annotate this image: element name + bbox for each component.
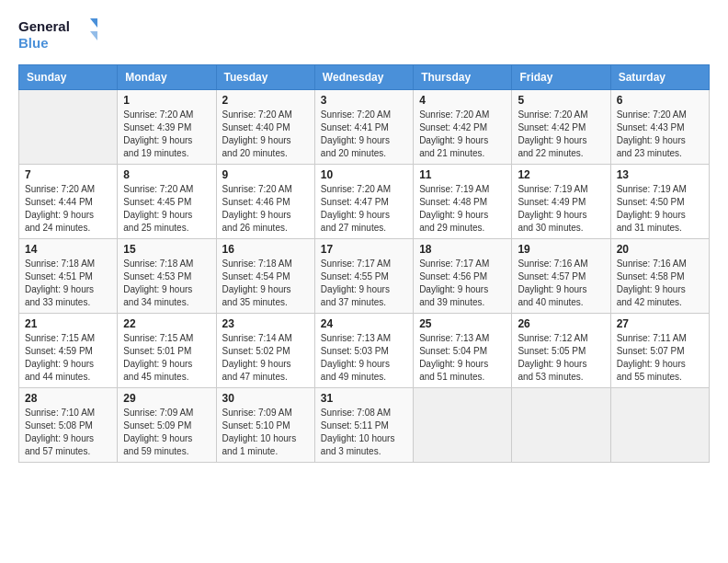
day-info: Sunrise: 7:20 AM Sunset: 4:42 PM Dayligh… (518, 109, 604, 160)
day-info: Sunrise: 7:14 AM Sunset: 5:02 PM Dayligh… (222, 332, 309, 384)
svg-marker-3 (90, 31, 97, 40)
calendar-cell: 20Sunrise: 7:16 AM Sunset: 4:58 PM Dayli… (610, 239, 709, 314)
day-number: 18 (419, 243, 506, 256)
calendar-cell: 22Sunrise: 7:15 AM Sunset: 5:01 PM Dayli… (118, 314, 216, 388)
calendar-cell: 17Sunrise: 7:17 AM Sunset: 4:55 PM Dayli… (314, 239, 413, 314)
day-number: 30 (222, 392, 309, 405)
day-number: 6 (617, 94, 703, 107)
calendar-cell: 29Sunrise: 7:09 AM Sunset: 5:09 PM Dayli… (118, 388, 216, 463)
calendar-cell: 6Sunrise: 7:20 AM Sunset: 4:43 PM Daylig… (610, 90, 709, 165)
day-number: 10 (321, 168, 407, 181)
day-info: Sunrise: 7:20 AM Sunset: 4:44 PM Dayligh… (25, 183, 111, 235)
weekday-header: Monday (118, 65, 216, 90)
day-info: Sunrise: 7:09 AM Sunset: 5:10 PM Dayligh… (222, 407, 309, 458)
day-info: Sunrise: 7:20 AM Sunset: 4:46 PM Dayligh… (222, 183, 309, 235)
day-info: Sunrise: 7:20 AM Sunset: 4:43 PM Dayligh… (617, 109, 703, 160)
calendar-cell: 27Sunrise: 7:11 AM Sunset: 5:07 PM Dayli… (610, 314, 709, 388)
calendar-cell: 10Sunrise: 7:20 AM Sunset: 4:47 PM Dayli… (314, 165, 413, 239)
day-info: Sunrise: 7:18 AM Sunset: 4:54 PM Dayligh… (222, 258, 309, 309)
calendar-cell: 5Sunrise: 7:20 AM Sunset: 4:42 PM Daylig… (512, 90, 610, 165)
day-info: Sunrise: 7:17 AM Sunset: 4:56 PM Dayligh… (419, 258, 506, 309)
calendar-week-row: 28Sunrise: 7:10 AM Sunset: 5:08 PM Dayli… (19, 388, 710, 463)
day-number: 16 (222, 243, 309, 256)
day-info: Sunrise: 7:20 AM Sunset: 4:45 PM Dayligh… (123, 183, 210, 235)
calendar-header: SundayMondayTuesdayWednesdayThursdayFrid… (19, 65, 710, 90)
day-info: Sunrise: 7:20 AM Sunset: 4:41 PM Dayligh… (321, 109, 407, 160)
calendar-cell: 21Sunrise: 7:15 AM Sunset: 4:59 PM Dayli… (19, 314, 118, 388)
header: General Blue (18, 15, 710, 55)
day-number: 11 (419, 168, 506, 181)
svg-text:General: General (18, 18, 70, 34)
svg-marker-2 (90, 18, 97, 28)
weekday-header: Thursday (414, 65, 512, 90)
day-number: 28 (25, 392, 111, 405)
calendar-cell: 18Sunrise: 7:17 AM Sunset: 4:56 PM Dayli… (414, 239, 512, 314)
day-number: 5 (518, 94, 604, 107)
calendar-cell: 15Sunrise: 7:18 AM Sunset: 4:53 PM Dayli… (118, 239, 216, 314)
calendar-cell: 26Sunrise: 7:12 AM Sunset: 5:05 PM Dayli… (512, 314, 610, 388)
calendar-cell (610, 388, 709, 463)
calendar-cell: 1Sunrise: 7:20 AM Sunset: 4:39 PM Daylig… (118, 90, 216, 165)
day-number: 12 (518, 168, 604, 181)
weekday-header: Friday (512, 65, 610, 90)
day-info: Sunrise: 7:18 AM Sunset: 4:51 PM Dayligh… (25, 258, 111, 309)
calendar-cell: 19Sunrise: 7:16 AM Sunset: 4:57 PM Dayli… (512, 239, 610, 314)
day-number: 13 (617, 168, 703, 181)
day-number: 29 (123, 392, 210, 405)
calendar-cell (512, 388, 610, 463)
day-number: 21 (25, 317, 111, 330)
day-info: Sunrise: 7:19 AM Sunset: 4:49 PM Dayligh… (518, 183, 604, 235)
day-info: Sunrise: 7:13 AM Sunset: 5:03 PM Dayligh… (321, 332, 407, 384)
calendar-cell: 3Sunrise: 7:20 AM Sunset: 4:41 PM Daylig… (314, 90, 413, 165)
day-number: 24 (321, 317, 407, 330)
day-number: 2 (222, 94, 309, 107)
svg-text:Blue: Blue (18, 35, 49, 51)
day-info: Sunrise: 7:15 AM Sunset: 4:59 PM Dayligh… (25, 332, 111, 384)
weekday-header: Wednesday (314, 65, 413, 90)
day-info: Sunrise: 7:13 AM Sunset: 5:04 PM Dayligh… (419, 332, 506, 384)
day-number: 15 (123, 243, 210, 256)
weekday-header: Tuesday (216, 65, 314, 90)
day-info: Sunrise: 7:12 AM Sunset: 5:05 PM Dayligh… (518, 332, 604, 384)
day-info: Sunrise: 7:18 AM Sunset: 4:53 PM Dayligh… (123, 258, 210, 309)
calendar-cell: 31Sunrise: 7:08 AM Sunset: 5:11 PM Dayli… (314, 388, 413, 463)
day-number: 8 (123, 168, 210, 181)
day-number: 3 (321, 94, 407, 107)
calendar-cell: 8Sunrise: 7:20 AM Sunset: 4:45 PM Daylig… (118, 165, 216, 239)
calendar-cell: 11Sunrise: 7:19 AM Sunset: 4:48 PM Dayli… (414, 165, 512, 239)
calendar-week-row: 14Sunrise: 7:18 AM Sunset: 4:51 PM Dayli… (19, 239, 710, 314)
day-number: 20 (617, 243, 703, 256)
day-number: 19 (518, 243, 604, 256)
day-info: Sunrise: 7:20 AM Sunset: 4:39 PM Dayligh… (123, 109, 210, 160)
day-number: 7 (25, 168, 111, 181)
day-number: 23 (222, 317, 309, 330)
day-info: Sunrise: 7:19 AM Sunset: 4:48 PM Dayligh… (419, 183, 506, 235)
day-number: 9 (222, 168, 309, 181)
day-number: 27 (617, 317, 703, 330)
calendar-table: SundayMondayTuesdayWednesdayThursdayFrid… (18, 64, 710, 463)
calendar-cell: 12Sunrise: 7:19 AM Sunset: 4:49 PM Dayli… (512, 165, 610, 239)
calendar-week-row: 1Sunrise: 7:20 AM Sunset: 4:39 PM Daylig… (19, 90, 710, 165)
day-number: 14 (25, 243, 111, 256)
calendar-cell: 9Sunrise: 7:20 AM Sunset: 4:46 PM Daylig… (216, 165, 314, 239)
day-info: Sunrise: 7:20 AM Sunset: 4:40 PM Dayligh… (222, 109, 309, 160)
calendar-cell: 24Sunrise: 7:13 AM Sunset: 5:03 PM Dayli… (314, 314, 413, 388)
weekday-header: Saturday (610, 65, 709, 90)
calendar-cell: 2Sunrise: 7:20 AM Sunset: 4:40 PM Daylig… (216, 90, 314, 165)
day-number: 22 (123, 317, 210, 330)
calendar-week-row: 21Sunrise: 7:15 AM Sunset: 4:59 PM Dayli… (19, 314, 710, 388)
day-number: 31 (321, 392, 407, 405)
day-number: 4 (419, 94, 506, 107)
calendar-cell: 4Sunrise: 7:20 AM Sunset: 4:42 PM Daylig… (414, 90, 512, 165)
day-number: 26 (518, 317, 604, 330)
calendar-week-row: 7Sunrise: 7:20 AM Sunset: 4:44 PM Daylig… (19, 165, 710, 239)
calendar-cell: 30Sunrise: 7:09 AM Sunset: 5:10 PM Dayli… (216, 388, 314, 463)
calendar-cell (19, 90, 118, 165)
calendar-cell: 16Sunrise: 7:18 AM Sunset: 4:54 PM Dayli… (216, 239, 314, 314)
day-info: Sunrise: 7:16 AM Sunset: 4:57 PM Dayligh… (518, 258, 604, 309)
logo-svg: General Blue (18, 15, 101, 55)
day-info: Sunrise: 7:16 AM Sunset: 4:58 PM Dayligh… (617, 258, 703, 309)
weekday-header: Sunday (19, 65, 118, 90)
calendar-cell: 28Sunrise: 7:10 AM Sunset: 5:08 PM Dayli… (19, 388, 118, 463)
calendar-cell (414, 388, 512, 463)
